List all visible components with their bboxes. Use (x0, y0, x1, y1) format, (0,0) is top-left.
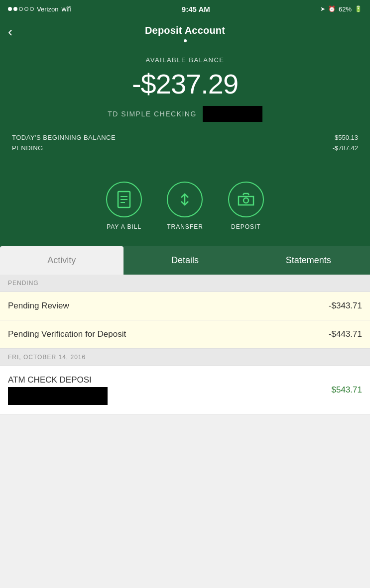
account-name: TD SIMPLE CHECKING (108, 110, 197, 118)
dated-section-header: FRI, OCTOBER 14, 2016 (0, 349, 370, 366)
carrier-label: Verizon (37, 5, 58, 13)
pay-a-bill-button[interactable]: PAY A BILL (106, 182, 142, 230)
deposit-circle (228, 182, 264, 217)
signal-dot-2 (13, 7, 17, 11)
transaction-row-atm[interactable]: ATM CHECK DEPOSI $543.71 (0, 366, 370, 414)
camera-icon (237, 192, 255, 207)
transfer-button[interactable]: TRANSFER (167, 182, 203, 230)
status-right: ➤ ⏰ 62% 🔋 (320, 5, 362, 13)
page-header: ‹ Deposit Account (0, 18, 370, 46)
balance-amount: -$237.29 (12, 68, 358, 100)
content-area: PENDING Pending Review -$343.71 Pending … (0, 275, 370, 474)
pending-verification-amount: -$443.71 (329, 329, 362, 339)
pending-review-amount: -$343.71 (329, 301, 362, 311)
svg-point-5 (244, 198, 248, 203)
pending-verification-label: Pending Verification for Deposit (8, 329, 126, 339)
pending-review-label: Pending Review (8, 301, 69, 311)
signal-dot-5 (30, 7, 34, 11)
pending-balance-value: -$787.42 (333, 144, 358, 152)
atm-detail-redacted (8, 387, 108, 405)
account-name-row: TD SIMPLE CHECKING (12, 106, 358, 122)
pay-bill-label: PAY A BILL (107, 223, 141, 230)
signal-dot-3 (19, 7, 23, 11)
deposit-label: DEPOSIT (231, 223, 261, 230)
tab-activity[interactable]: Activity (0, 246, 123, 275)
transfer-icon (176, 191, 193, 208)
actions-section: PAY A BILL TRANSFER DEPOSIT (0, 170, 370, 246)
transfer-circle (167, 182, 203, 217)
status-left: Verizon wifi (8, 5, 72, 13)
available-balance-label: AVAILABLE BALANCE (12, 56, 358, 64)
pay-bill-icon (116, 191, 132, 208)
atm-label: ATM CHECK DEPOSI (8, 375, 108, 385)
pending-balance-label: PENDING (12, 144, 43, 152)
status-bar: Verizon wifi 9:45 AM ➤ ⏰ 62% 🔋 (0, 0, 370, 18)
header-indicator-dot (184, 39, 187, 42)
status-time: 9:45 AM (182, 5, 210, 13)
wifi-icon: wifi (61, 5, 71, 13)
signal-dot-1 (8, 7, 12, 11)
battery-icon: 🔋 (355, 5, 362, 12)
account-number-redacted (203, 106, 262, 122)
balance-section: AVAILABLE BALANCE -$237.29 TD SIMPLE CHE… (0, 46, 370, 170)
deposit-button[interactable]: DEPOSIT (228, 182, 264, 230)
battery-label: 62% (339, 5, 352, 13)
back-button[interactable]: ‹ (8, 25, 12, 39)
tab-statements[interactable]: Statements (247, 246, 370, 275)
today-beginning-balance-value: $550.13 (335, 134, 358, 141)
page-title: Deposit Account (8, 25, 362, 36)
pay-bill-circle (106, 182, 142, 217)
signal-dots (8, 7, 34, 11)
atm-label-block: ATM CHECK DEPOSI (8, 375, 108, 405)
alarm-icon: ⏰ (328, 5, 336, 12)
atm-amount: $543.71 (332, 385, 362, 395)
pending-section-header: PENDING (0, 275, 370, 292)
today-beginning-balance-label: TODAY'S BEGINNING BALANCE (12, 134, 116, 141)
tabs-section: Activity Details Statements (0, 246, 370, 275)
pending-balance-row: PENDING -$787.42 (12, 144, 358, 152)
tab-details[interactable]: Details (123, 246, 247, 275)
transaction-row-pending-verification[interactable]: Pending Verification for Deposit -$443.7… (0, 320, 370, 349)
transfer-label: TRANSFER (167, 223, 203, 230)
location-icon: ➤ (320, 5, 325, 12)
signal-dot-4 (24, 7, 28, 11)
today-beginning-balance-row: TODAY'S BEGINNING BALANCE $550.13 (12, 134, 358, 141)
transaction-row-pending-review[interactable]: Pending Review -$343.71 (0, 292, 370, 320)
